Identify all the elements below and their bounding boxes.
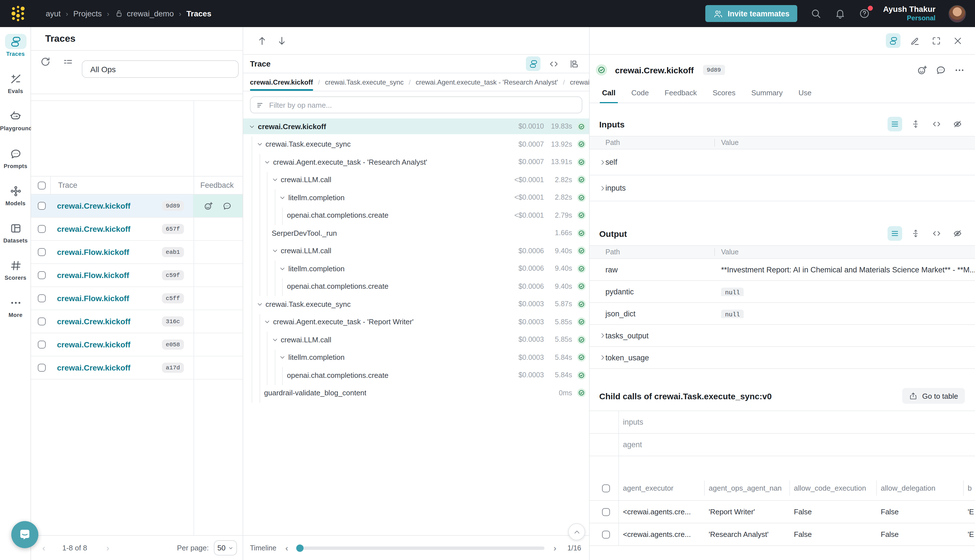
code-icon[interactable] [929, 226, 944, 241]
tree-row[interactable]: guardrail-validate_blog_content0ms [243, 385, 589, 401]
invite-teammates-button[interactable]: Invite teammates [705, 5, 797, 22]
avatar[interactable] [948, 5, 966, 22]
select-all-checkbox[interactable] [38, 181, 46, 189]
add-reaction-icon[interactable] [204, 201, 213, 211]
tree-row[interactable]: crewai.Agent.execute_task - 'Research An… [243, 154, 589, 170]
row-checkbox[interactable] [602, 508, 610, 516]
chevron-right-icon[interactable] [599, 332, 606, 339]
trace-tab-1[interactable]: crewai.Task.execute_sync [325, 73, 404, 91]
sidebar-item-prompts[interactable]: Prompts [0, 146, 31, 169]
chevron-down-icon[interactable] [279, 265, 285, 272]
tree-row[interactable]: crewai.LLM.call$0.00035.85s [243, 332, 589, 347]
column-header-trace[interactable]: Trace [58, 181, 77, 190]
chevron-down-icon[interactable] [264, 159, 270, 165]
op-name-filter-input[interactable] [269, 101, 576, 109]
row-checkbox[interactable] [38, 318, 46, 325]
tree-row[interactable]: openai.chat.completions.create$0.00035.8… [243, 367, 589, 383]
tree-row[interactable]: litellm.completion$0.00035.84s [243, 349, 589, 365]
next-call-arrow-down-icon[interactable] [277, 35, 287, 46]
column-header-feedback[interactable]: Feedback [200, 181, 234, 190]
timeline-prev-icon[interactable]: ‹ [282, 543, 292, 553]
comment-icon[interactable] [222, 201, 232, 211]
table-row[interactable]: crewai.Crew.kickoff657f [31, 218, 243, 241]
list-view-icon[interactable] [888, 117, 902, 132]
refresh-icon[interactable] [40, 57, 51, 67]
more-options-icon[interactable] [954, 65, 965, 75]
breadcrumb-projects[interactable]: Projects [73, 9, 102, 18]
timeline-slider[interactable] [297, 546, 544, 550]
chevron-down-icon[interactable] [249, 123, 255, 130]
data-row[interactable]: inputs [589, 175, 975, 201]
chevron-down-icon[interactable] [264, 318, 270, 325]
trace-name-link[interactable]: crewai.Crew.kickoff [57, 201, 130, 210]
tab-call[interactable]: Call [594, 88, 623, 103]
scroll-to-top-button[interactable] [568, 523, 585, 540]
tab-use[interactable]: Use [790, 88, 819, 103]
column-header-b[interactable]: b [968, 484, 972, 492]
tab-feedback[interactable]: Feedback [657, 88, 705, 103]
close-icon[interactable] [950, 33, 965, 48]
code-view-toggle[interactable] [546, 57, 561, 71]
table-row[interactable]: <crewai.agents.cre...'Research Analyst'F… [589, 523, 975, 546]
tree-row[interactable]: crewai.LLM.call$0.00069.40s [243, 243, 589, 258]
tree-row[interactable]: crewai.Agent.execute_task - 'Report Writ… [243, 314, 589, 330]
code-icon[interactable] [929, 117, 944, 132]
chevron-down-icon[interactable] [256, 301, 263, 307]
data-row[interactable]: pydanticnull [589, 281, 975, 303]
tree-row[interactable]: litellm.completion<$0.00012.82s [243, 190, 589, 205]
tree-row[interactable]: crewai.Task.execute_sync$0.000713.92s [243, 136, 589, 152]
row-checkbox[interactable] [38, 341, 46, 348]
column-header-allow_code_execution[interactable]: allow_code_execution [794, 484, 866, 492]
chevron-right-icon[interactable] [599, 159, 606, 165]
row-checkbox[interactable] [38, 294, 46, 302]
table-row[interactable]: crewai.Flow.kickoffc59f [31, 264, 243, 287]
fullscreen-icon[interactable] [929, 33, 943, 48]
data-row[interactable]: raw**Investment Report: AI in Chemical a… [589, 259, 975, 281]
trace-tab-0[interactable]: crewai.Crew.kickoff [250, 73, 313, 91]
trace-name-link[interactable]: crewai.Flow.kickoff [57, 271, 129, 280]
chevron-down-icon[interactable] [279, 194, 285, 200]
row-checkbox[interactable] [38, 202, 46, 210]
trace-name-link[interactable]: crewai.Crew.kickoff [57, 225, 130, 233]
page-next-icon[interactable]: › [106, 543, 109, 553]
expand-rows-icon[interactable] [908, 117, 923, 132]
sidebar-item-playground[interactable]: Playground [0, 108, 31, 132]
hide-icon[interactable] [950, 226, 965, 241]
table-row[interactable]: crewai.Crew.kickoff316c [31, 310, 243, 333]
tree-row[interactable]: SerperDevTool._run1.66s [243, 225, 589, 241]
table-row[interactable]: <crewai.agents.cre...'Report Writer'Fals… [589, 501, 975, 523]
column-header-agent_ops_agent_nan[interactable]: agent_ops_agent_nan [709, 484, 782, 492]
trace-name-link[interactable]: crewai.Flow.kickoff [57, 248, 129, 257]
op-name-filter[interactable] [250, 97, 582, 113]
expand-rows-icon[interactable] [908, 226, 923, 241]
row-checkbox[interactable] [38, 225, 46, 233]
column-header-agent_executor[interactable]: agent_executor [623, 484, 673, 492]
tree-row[interactable]: litellm.completion$0.00069.40s [243, 260, 589, 276]
data-row[interactable]: json_dictnull [589, 303, 975, 325]
data-row[interactable]: self [589, 150, 975, 175]
row-checkbox[interactable] [38, 271, 46, 279]
edit-pencil-icon[interactable] [907, 33, 922, 48]
trace-name-link[interactable]: crewai.Flow.kickoff [57, 294, 129, 303]
timeline-slider-handle[interactable] [296, 544, 304, 552]
chevron-right-icon[interactable] [599, 185, 606, 192]
trace-name-link[interactable]: crewai.Crew.kickoff [57, 340, 130, 349]
help-icon[interactable] [859, 8, 870, 19]
ops-filter-select[interactable]: All Ops [82, 60, 239, 78]
trace-tab-3[interactable]: crewai.LLM.cal [570, 73, 589, 91]
chevron-down-icon[interactable] [272, 177, 278, 183]
tree-row[interactable]: crewai.Task.execute_sync$0.00035.87s [243, 296, 589, 312]
sidebar-item-datasets[interactable]: Datasets [0, 220, 31, 243]
row-checkbox[interactable] [38, 364, 46, 372]
table-row[interactable]: crewai.Flow.kickoffc5ff [31, 287, 243, 310]
data-row[interactable]: token_usage [589, 347, 975, 369]
tab-summary[interactable]: Summary [743, 88, 790, 103]
chevron-down-icon[interactable] [256, 141, 263, 147]
chevron-down-icon[interactable] [272, 337, 278, 343]
call-id-badge[interactable]: 9d89 [703, 65, 725, 75]
row-checkbox[interactable] [38, 248, 46, 256]
breadcrumb-org[interactable]: ayut [46, 9, 61, 18]
chevron-down-icon[interactable] [272, 248, 278, 254]
timeline-next-icon[interactable]: › [550, 543, 560, 553]
table-row[interactable]: crewai.Crew.kickoffe058 [31, 333, 243, 357]
